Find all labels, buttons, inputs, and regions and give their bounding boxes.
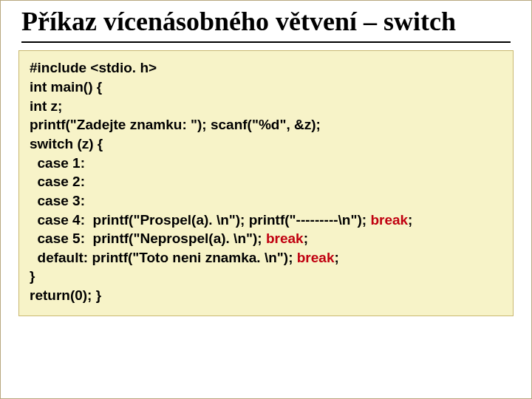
title-wrap: Příkaz vícenásobného větvení – switch [1, 1, 531, 43]
keyword-break: break [297, 250, 335, 265]
code-line: printf("Zadejte znamku: "); scanf("%d", … [30, 115, 502, 134]
code-line: } [30, 267, 502, 286]
code-line: case 5: printf("Neprospel(a). \n"); brea… [30, 229, 502, 248]
code-line: switch (z) { [30, 134, 502, 154]
code-line: default: printf("Toto neni znamka. \n");… [30, 248, 502, 267]
code-line: case 4: printf("Prospel(a). \n"); printf… [30, 211, 502, 230]
code-line: return(0); } [30, 286, 502, 305]
slide-title: Příkaz vícenásobného větvení – switch [21, 7, 511, 43]
code-block: #include <stdio. h> int main() { int z; … [18, 50, 514, 316]
code-line: int main() { [30, 78, 502, 97]
code-text: ; [334, 250, 338, 265]
code-line: case 2: [30, 172, 502, 191]
slide: Příkaz vícenásobného větvení – switch #i… [0, 0, 532, 399]
code-text: ; [408, 212, 412, 228]
keyword-break: break [370, 212, 408, 228]
code-line: case 1: [30, 154, 502, 173]
code-text: case 4: printf("Prospel(a). \n"); printf… [30, 212, 370, 228]
code-text: default: printf("Toto neni znamka. \n"); [30, 250, 297, 265]
code-text: ; [304, 231, 308, 246]
code-line: int z; [30, 97, 502, 116]
keyword-break: break [266, 231, 304, 246]
code-text: case 5: printf("Neprospel(a). \n"); [30, 231, 266, 246]
code-line: #include <stdio. h> [30, 58, 502, 78]
code-line: case 3: [30, 191, 502, 211]
